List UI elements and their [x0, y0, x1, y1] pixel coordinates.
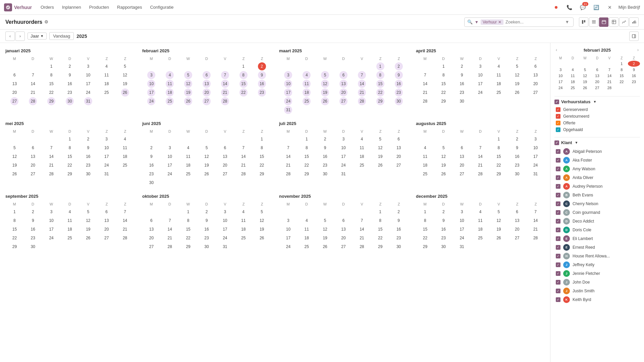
day-cell[interactable]: 15 — [47, 80, 55, 88]
day-cell[interactable]: 24 — [284, 243, 292, 251]
day-cell[interactable]: 16 — [203, 225, 211, 233]
day-cell[interactable]: 16 — [395, 225, 403, 233]
day-cell[interactable]: 10 — [532, 144, 540, 152]
day-cell[interactable]: 17 — [147, 88, 155, 97]
day-cell[interactable]: 17 — [339, 153, 347, 161]
day-cell[interactable]: 22 — [47, 88, 55, 97]
nav-configuratie[interactable]: Configuratie — [147, 3, 177, 11]
day-cell[interactable]: 23 — [84, 161, 92, 169]
day-cell[interactable]: 30 — [66, 97, 74, 105]
verhuurstatus-checkbox[interactable]: ✓ — [554, 100, 559, 104]
day-cell[interactable]: 31 — [84, 97, 92, 105]
day-cell[interactable]: 19 — [10, 161, 18, 169]
day-cell[interactable]: 25 — [66, 234, 74, 242]
day-cell[interactable]: 21 — [358, 88, 366, 97]
day-cell[interactable]: 25 — [303, 97, 311, 105]
day-cell[interactable]: 14 — [221, 80, 229, 88]
client-checkbox-5[interactable]: ✓ — [556, 193, 560, 197]
mini-day[interactable]: 15 — [615, 73, 628, 79]
day-cell[interactable]: 6 — [203, 71, 211, 79]
day-cell[interactable]: 28 — [29, 97, 37, 105]
day-cell[interactable]: 6 — [221, 144, 229, 152]
refresh-icon[interactable]: 🔄 — [592, 3, 601, 12]
mini-day[interactable]: 5 — [579, 67, 591, 73]
sidebar-toggle-btn[interactable] — [629, 32, 639, 41]
day-cell[interactable]: 3 — [532, 135, 540, 143]
day-cell[interactable]: 18 — [103, 80, 111, 88]
day-cell[interactable]: 22 — [258, 161, 266, 169]
client-item-17[interactable]: ✓KKeith Byrd — [554, 295, 640, 304]
mini-day[interactable]: 25 — [567, 85, 579, 91]
day-cell[interactable]: 3 — [166, 144, 174, 152]
day-cell[interactable]: 4 — [121, 135, 129, 143]
client-item-15[interactable]: ✓JJohn Doe — [554, 278, 640, 287]
mini-day[interactable]: 4 — [567, 67, 579, 73]
day-cell[interactable]: 1 — [376, 62, 384, 70]
day-cell[interactable]: 17 — [476, 80, 484, 88]
day-cell[interactable]: 7 — [47, 144, 55, 152]
day-cell[interactable]: 14 — [358, 80, 366, 88]
day-cell[interactable]: 24 — [532, 161, 540, 169]
day-cell[interactable]: 16 — [458, 80, 466, 88]
day-cell[interactable]: 13 — [147, 225, 155, 233]
day-cell[interactable]: 9 — [513, 144, 521, 152]
day-cell[interactable]: 5 — [258, 208, 266, 216]
day-cell[interactable]: 7 — [284, 144, 292, 152]
day-cell[interactable]: 26 — [495, 234, 503, 242]
status-gereserveerd[interactable]: ✓ Gereserveerd — [554, 106, 640, 113]
client-item-13[interactable]: ✓JJeffrey Kelly — [554, 260, 640, 269]
day-cell[interactable]: 21 — [476, 161, 484, 169]
day-cell[interactable]: 16 — [321, 153, 329, 161]
client-item-0[interactable]: ✓AAbigail Peterson — [554, 147, 640, 156]
day-cell[interactable]: 10 — [84, 71, 92, 79]
mini-day-today[interactable]: 2 — [628, 61, 640, 67]
client-item-10[interactable]: ✓EEli Lambert — [554, 234, 640, 243]
day-cell[interactable]: 14 — [476, 153, 484, 161]
mini-day[interactable]: 3 — [554, 67, 567, 73]
day-cell[interactable]: 15 — [439, 80, 447, 88]
day-cell[interactable]: 18 — [303, 88, 311, 97]
day-cell[interactable]: 6 — [10, 71, 18, 79]
day-cell[interactable]: 22 — [421, 234, 429, 242]
verhuurstatus-title[interactable]: ✓ Verhuurstatus ▼ — [554, 99, 640, 104]
day-cell[interactable]: 8 — [184, 217, 192, 225]
day-cell[interactable]: 31 — [221, 243, 229, 251]
mini-day[interactable]: 17 — [554, 79, 567, 85]
day-cell[interactable]: 7 — [221, 71, 229, 79]
day-cell[interactable]: 10 — [339, 144, 347, 152]
day-cell[interactable]: 5 — [439, 144, 447, 152]
day-cell[interactable]: 3 — [284, 217, 292, 225]
day-cell[interactable]: 24 — [47, 234, 55, 242]
day-cell[interactable]: 28 — [221, 97, 229, 105]
day-cell[interactable]: 24 — [84, 88, 92, 97]
day-cell[interactable]: 27 — [395, 161, 403, 169]
day-cell[interactable]: 6 — [29, 144, 37, 152]
day-cell[interactable]: 27 — [29, 170, 37, 178]
nav-orders[interactable]: Orders — [37, 3, 57, 11]
day-cell[interactable]: 16 — [439, 225, 447, 233]
day-cell[interactable]: 3 — [458, 208, 466, 216]
day-cell[interactable]: 26 — [203, 170, 211, 178]
day-cell[interactable]: 13 — [532, 71, 540, 79]
close-icon[interactable]: ✕ — [605, 3, 614, 12]
day-cell[interactable]: 30 — [513, 170, 521, 178]
day-cell[interactable]: 11 — [121, 144, 129, 152]
day-cell[interactable]: 6 — [103, 208, 111, 216]
day-cell[interactable]: 21 — [532, 225, 540, 233]
day-cell[interactable]: 8 — [376, 217, 384, 225]
day-cell[interactable]: 19 — [495, 225, 503, 233]
day-cell[interactable]: 8 — [303, 144, 311, 152]
status-gereserveerd-checkbox[interactable]: ✓ — [556, 107, 560, 112]
day-cell[interactable]: 30 — [395, 97, 403, 105]
day-cell[interactable]: 19 — [321, 234, 329, 242]
day-cell[interactable]: 1 — [47, 62, 55, 70]
day-cell[interactable]: 30 — [84, 170, 92, 178]
day-cell[interactable]: 2 — [395, 208, 403, 216]
day-cell[interactable]: 13 — [458, 153, 466, 161]
day-cell[interactable]: 3 — [147, 71, 155, 79]
day-cell[interactable]: 25 — [495, 88, 503, 97]
client-item-6[interactable]: ✓CCherry Nelson — [554, 199, 640, 208]
mini-day[interactable]: 8 — [615, 67, 628, 73]
day-cell[interactable]: 23 — [321, 161, 329, 169]
mini-day[interactable]: 23 — [628, 79, 640, 85]
